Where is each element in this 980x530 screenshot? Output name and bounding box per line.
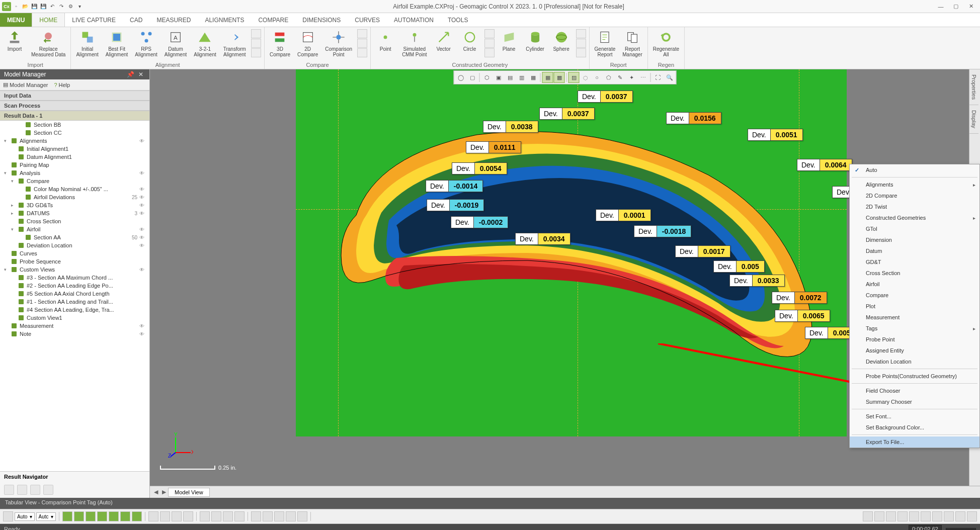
menu-item-gd-t[interactable]: GD&T: [850, 256, 979, 268]
bt-tool-12[interactable]: [286, 511, 296, 521]
bt-right-6[interactable]: [921, 511, 931, 521]
initial-alignment-button[interactable]: Initial Alignment: [73, 28, 101, 58]
nav-icon-2[interactable]: [17, 485, 27, 495]
tree-item[interactable]: Deviation Location👁: [0, 241, 149, 249]
deviation-callout[interactable]: Dev.0.0156: [666, 112, 721, 124]
visibility-icon[interactable]: 👁: [139, 203, 147, 208]
tree-view[interactable]: Section BBSection CC▾Alignments👁Initial …: [0, 121, 149, 471]
tree-item[interactable]: ▾Compare: [0, 177, 149, 185]
vt-box-icon[interactable]: ▢: [467, 72, 478, 83]
menu-item-alignments[interactable]: Alignments: [850, 179, 979, 190]
321-alignment-button[interactable]: 3-2-1 Alignment: [191, 28, 219, 58]
menu-item-probe-points-constructed-geometry[interactable]: Probe Points(Constructed Geometry): [850, 371, 979, 382]
bt-right-4[interactable]: [897, 511, 908, 521]
menu-item-datum[interactable]: Datum: [850, 245, 979, 256]
vt-poly-icon[interactable]: ⬠: [603, 72, 614, 83]
vt-front-icon[interactable]: ▣: [493, 72, 504, 83]
tree-item[interactable]: Custom View1: [0, 314, 149, 322]
panel-close-icon[interactable]: ✕: [136, 71, 145, 78]
rps-alignment-button[interactable]: RPS Alignment: [132, 28, 160, 58]
tabular-view-bar[interactable]: Tabular View - Comparison Point Tag (Aut…: [0, 498, 980, 509]
deviation-callout[interactable]: Dev.0.0072: [772, 292, 827, 304]
bt-tool-7[interactable]: [223, 511, 233, 521]
panel-pin-icon[interactable]: 📌: [125, 71, 136, 78]
tree-item[interactable]: Measurement👁: [0, 322, 149, 330]
menu-item-deviation-location[interactable]: Deviation Location: [850, 356, 979, 367]
tree-item[interactable]: #5 Section AA Axial Chord Length: [0, 290, 149, 298]
tree-toggle-icon[interactable]: ▾: [4, 138, 10, 143]
tree-item[interactable]: #2 - Section AA Leading Edge Po...: [0, 282, 149, 290]
qat-new-icon[interactable]: ▫: [12, 3, 20, 11]
model-view-tab[interactable]: Model View: [168, 488, 210, 497]
bt-tool-5[interactable]: [200, 511, 210, 521]
bt-render-7[interactable]: [132, 511, 142, 521]
menu-item-constructed-geometries[interactable]: Constructed Geometries: [850, 212, 979, 223]
nav-icon-3[interactable]: [30, 485, 40, 495]
replace-measured-data-button[interactable]: Replace Measured Data: [28, 28, 68, 58]
tab-automation[interactable]: AUTOMATION: [387, 13, 441, 27]
cmp-extra-2[interactable]: [357, 39, 367, 48]
qat-redo-icon[interactable]: ↷: [57, 3, 65, 11]
tree-item[interactable]: Initial Alignment1: [0, 145, 149, 153]
menu-item-cross-section[interactable]: Cross Section: [850, 268, 979, 279]
tree-item[interactable]: Section BB: [0, 121, 149, 129]
vector-button[interactable]: Vector: [431, 28, 456, 53]
menu-item-compare[interactable]: Compare: [850, 290, 979, 301]
vt-select-icon[interactable]: ▨: [568, 72, 580, 83]
qat-save-icon[interactable]: 💾: [30, 3, 38, 11]
menu-item-auto[interactable]: Auto: [850, 164, 979, 175]
tab-curves[interactable]: CURVES: [348, 13, 387, 27]
regenerate-all-button[interactable]: Regenerate All: [650, 28, 682, 58]
menu-item-airfoil[interactable]: Airfoil: [850, 279, 979, 290]
properties-tab[interactable]: Properties: [969, 69, 978, 105]
bt-tool-2[interactable]: [160, 511, 170, 521]
qat-open-icon[interactable]: 📂: [21, 3, 29, 11]
bt-tool-9[interactable]: [251, 511, 261, 521]
menu-item-dimension[interactable]: Dimension: [850, 234, 979, 245]
cmm-point-button[interactable]: Simulated CMM Point: [399, 28, 430, 58]
vt-lasso-icon[interactable]: ◌: [580, 72, 591, 83]
vt-quad-icon[interactable]: ▦: [528, 72, 539, 83]
qat-saveas-icon[interactable]: 💾: [39, 3, 47, 11]
visibility-icon[interactable]: 👁: [139, 170, 147, 176]
tree-item[interactable]: Curves: [0, 249, 149, 257]
menu-item-assigned-entity[interactable]: Assigned Entity: [850, 345, 979, 356]
vt-brush-icon[interactable]: ✎: [615, 72, 626, 83]
deviation-callout[interactable]: Dev.-0.0018: [634, 225, 691, 237]
tree-toggle-icon[interactable]: ▾: [4, 170, 10, 175]
tab-dimensions[interactable]: DIMENSIONS: [295, 13, 348, 27]
deviation-callout[interactable]: Dev.0.0037: [539, 108, 595, 120]
tree-item[interactable]: Probe Sequence: [0, 257, 149, 266]
tree-item[interactable]: ▾Custom Views👁: [0, 266, 149, 274]
close-button[interactable]: ✕: [964, 2, 978, 12]
menu-item-summary-chooser[interactable]: Summary Chooser: [850, 396, 979, 407]
deviation-callout[interactable]: Dev.0.0033: [729, 275, 785, 287]
tree-toggle-icon[interactable]: ▸: [11, 211, 17, 216]
vt-more-icon[interactable]: ⋯: [638, 72, 649, 83]
deviation-callout[interactable]: Dev.0.0037: [578, 91, 633, 103]
maximize-button[interactable]: ▢: [949, 2, 963, 12]
deviation-callout[interactable]: Dev.0.0064: [797, 159, 852, 171]
bt-render-2[interactable]: [74, 511, 84, 521]
sphere-button[interactable]: Sphere: [549, 28, 574, 53]
bt-tool-4[interactable]: [183, 511, 193, 521]
tree-toggle-icon[interactable]: ▸: [11, 203, 17, 208]
deviation-callout[interactable]: Dev.0.005: [713, 260, 765, 273]
vt-zoom-icon[interactable]: 🔍: [664, 72, 675, 83]
bt-tool-11[interactable]: [274, 511, 284, 521]
tree-item[interactable]: #4 Section AA Leading, Edge, Tra...: [0, 306, 149, 314]
deviation-callout[interactable]: Dev.-0.0002: [451, 216, 508, 228]
selection-auto-1[interactable]: Auto▾: [15, 512, 35, 521]
bt-render-1[interactable]: [62, 511, 72, 521]
bt-render-4[interactable]: [97, 511, 107, 521]
plane-button[interactable]: Plane: [497, 28, 522, 53]
deviation-callout[interactable]: Dev.0.0001: [596, 209, 651, 221]
cylinder-button[interactable]: Cylinder: [523, 28, 548, 53]
bt-render-5[interactable]: [109, 511, 119, 521]
2d-compare-button[interactable]: 2D Compare: [294, 28, 321, 58]
tree-toggle-icon[interactable]: ▾: [4, 267, 10, 272]
align-extra-2[interactable]: [251, 39, 261, 48]
deviation-callout[interactable]: Dev.0.0034: [515, 233, 570, 245]
visibility-icon[interactable]: 👁: [139, 187, 147, 192]
menu-item-tags[interactable]: Tags: [850, 323, 979, 334]
